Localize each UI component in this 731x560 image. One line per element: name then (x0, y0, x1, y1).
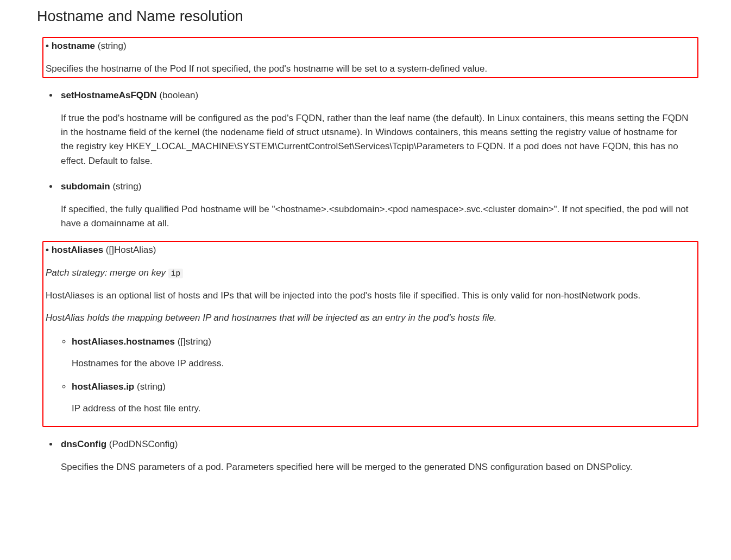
subfield-list: hostAliases.hostnames ([]string) Hostnam… (46, 335, 695, 416)
patch-prefix: Patch strategy: merge on key (46, 268, 168, 278)
field-type: (PodDNSConfig) (109, 439, 178, 449)
field-type: ([]HostAlias) (106, 245, 156, 255)
field-description: Specifies the DNS parameters of a pod. P… (61, 460, 692, 474)
field-sub-description: HostAlias holds the mapping between IP a… (46, 311, 695, 325)
field-type: (boolean) (159, 90, 198, 100)
doc-page: Hostname and Name resolution hostname (s… (15, 0, 716, 501)
field-name: hostAliases.ip (72, 381, 134, 392)
subfield-hostaliases-hostnames: hostAliases.hostnames ([]string) Hostnam… (72, 335, 695, 371)
field-type: (string) (98, 41, 127, 51)
field-name: hostname (52, 41, 95, 51)
field-description: If specified, the fully qualified Pod ho… (61, 202, 692, 231)
field-description: IP address of the host file entry. (72, 402, 695, 416)
field-name: hostAliases (52, 245, 103, 255)
field-name: setHostnameAsFQDN (61, 90, 157, 100)
field-sethostnameasfqdn: setHostnameAsFQDN (boolean) If true the … (59, 87, 694, 169)
field-type: (string) (112, 181, 141, 192)
field-name: hostAliases.hostnames (72, 336, 175, 347)
field-description: Specifies the hostname of the Pod If not… (46, 62, 695, 76)
field-description: HostAliases is an optional list of hosts… (46, 289, 695, 303)
section-title: Hostname and Name resolution (37, 5, 694, 28)
field-patch-strategy: Patch strategy: merge on key ip (46, 266, 695, 280)
field-dnsconfig: dnsConfig (PodDNSConfig) Specifies the D… (59, 436, 694, 475)
field-name: subdomain (61, 181, 110, 192)
patch-key-code: ip (168, 269, 183, 278)
field-type: ([]string) (178, 336, 211, 347)
field-type: (string) (137, 381, 166, 392)
field-list: hostname (string) Specifies the hostname… (37, 37, 694, 475)
subfield-hostaliases-ip: hostAliases.ip (string) IP address of th… (72, 380, 695, 416)
field-name: dnsConfig (61, 439, 106, 449)
field-subdomain: subdomain (string) If specified, the ful… (59, 179, 694, 232)
field-description: Hostnames for the above IP address. (72, 357, 695, 371)
field-hostname: hostname (string) Specifies the hostname… (42, 37, 698, 78)
field-description: If true the pod's hostname will be confi… (61, 111, 692, 168)
field-hostaliases: hostAliases ([]HostAlias) Patch strategy… (42, 241, 698, 427)
